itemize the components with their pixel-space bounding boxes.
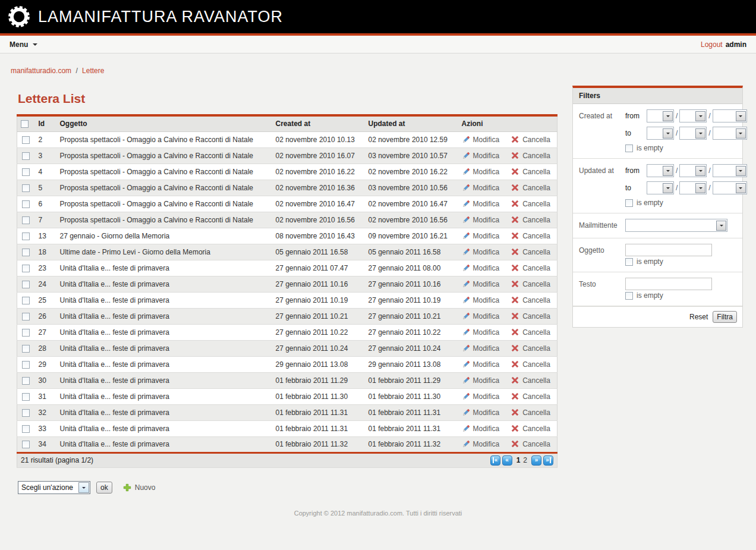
testo-is-empty-checkbox[interactable] xyxy=(625,292,633,300)
row-checkbox[interactable] xyxy=(22,136,30,144)
pagination-prev-button[interactable]: « xyxy=(502,455,512,466)
row-checkbox[interactable] xyxy=(22,345,30,353)
row-checkbox[interactable] xyxy=(22,184,30,192)
modifica-link[interactable]: Modifica xyxy=(462,425,500,433)
updated-from-day-select[interactable] xyxy=(647,164,674,177)
modifica-link[interactable]: Modifica xyxy=(462,296,500,304)
modifica-link[interactable]: Modifica xyxy=(462,152,500,160)
cancella-link[interactable]: Cancella xyxy=(511,248,550,256)
oggetto-input[interactable] xyxy=(625,244,712,256)
cancella-link[interactable]: Cancella xyxy=(511,184,550,192)
cancella-link[interactable]: Cancella xyxy=(511,296,550,304)
modifica-link[interactable]: Modifica xyxy=(462,360,500,369)
created-to-month-select[interactable] xyxy=(679,127,707,140)
cancella-link[interactable]: Cancella xyxy=(511,360,550,369)
row-checkbox[interactable] xyxy=(22,425,30,433)
created-from-day-select[interactable] xyxy=(647,109,674,122)
cancella-link[interactable]: Cancella xyxy=(511,168,550,176)
row-checkbox[interactable] xyxy=(22,168,30,176)
row-checkbox[interactable] xyxy=(22,409,30,417)
modifica-label: Modifica xyxy=(473,408,500,417)
row-checkbox[interactable] xyxy=(22,281,30,288)
pencil-icon xyxy=(462,425,470,433)
pagination-last-button[interactable]: » xyxy=(543,455,553,466)
created-to-day-select[interactable] xyxy=(647,127,674,140)
modifica-link[interactable]: Modifica xyxy=(462,440,500,448)
cancella-link[interactable]: Cancella xyxy=(511,328,550,337)
row-oggetto: Unità d'Italia e... feste di primavera xyxy=(56,420,272,436)
created-to-year-select[interactable] xyxy=(713,127,747,140)
cancella-link[interactable]: Cancella xyxy=(511,280,550,288)
mailmittente-select[interactable] xyxy=(625,219,727,232)
row-checkbox[interactable] xyxy=(22,329,30,337)
logout-link[interactable]: Logout xyxy=(701,40,723,49)
cancella-link[interactable]: Cancella xyxy=(511,392,550,401)
created-from-year-select[interactable] xyxy=(713,109,747,122)
row-checkbox[interactable] xyxy=(22,152,30,160)
modifica-link[interactable]: Modifica xyxy=(462,312,500,320)
cancella-link[interactable]: Cancella xyxy=(511,152,550,160)
row-checkbox[interactable] xyxy=(22,232,30,240)
cancella-link[interactable]: Cancella xyxy=(511,440,550,448)
row-checkbox[interactable] xyxy=(22,393,30,401)
row-checkbox[interactable] xyxy=(22,361,30,369)
modifica-link[interactable]: Modifica xyxy=(462,232,500,240)
cancella-link[interactable]: Cancella xyxy=(511,312,550,320)
bulk-action-select[interactable]: Scegli un'azione xyxy=(18,481,90,494)
filtra-button[interactable]: Filtra xyxy=(713,311,737,323)
table-row: 24 Unità d'Italia e... feste di primaver… xyxy=(17,276,557,292)
modifica-link[interactable]: Modifica xyxy=(462,344,500,353)
updated-to-month-select[interactable] xyxy=(679,181,707,194)
row-checkbox[interactable] xyxy=(22,265,30,272)
modifica-link[interactable]: Modifica xyxy=(462,200,500,208)
breadcrumb-site-link[interactable]: manifatturadio.com xyxy=(11,67,71,75)
modifica-link[interactable]: Modifica xyxy=(462,248,500,256)
pagination-page-2-link[interactable]: 2 xyxy=(523,456,527,464)
cancella-link[interactable]: Cancella xyxy=(511,344,550,353)
cancella-link[interactable]: Cancella xyxy=(511,216,550,224)
row-checkbox[interactable] xyxy=(22,200,30,208)
row-checkbox[interactable] xyxy=(22,249,30,256)
breadcrumb-page-link[interactable]: Lettere xyxy=(82,67,104,75)
ok-button[interactable]: ok xyxy=(96,482,112,494)
menu-dropdown[interactable]: Menu xyxy=(10,40,37,49)
cancella-link[interactable]: Cancella xyxy=(511,232,550,240)
row-checkbox[interactable] xyxy=(22,441,30,448)
pagination-first-button[interactable]: « xyxy=(490,455,500,466)
modifica-link[interactable]: Modifica xyxy=(462,168,500,176)
row-created-at: 29 gennaio 2011 13.08 xyxy=(272,356,365,372)
modifica-link[interactable]: Modifica xyxy=(462,328,500,337)
updated-to-year-select[interactable] xyxy=(713,181,747,194)
modifica-link[interactable]: Modifica xyxy=(462,280,500,288)
updated-from-year-select[interactable] xyxy=(713,164,747,177)
modifica-link[interactable]: Modifica xyxy=(462,376,500,385)
select-all-checkbox[interactable] xyxy=(21,120,29,128)
modifica-link[interactable]: Modifica xyxy=(462,264,500,272)
pagination-next-button[interactable]: » xyxy=(531,455,541,466)
cancella-link[interactable]: Cancella xyxy=(511,200,550,208)
modifica-link[interactable]: Modifica xyxy=(462,184,500,192)
row-checkbox[interactable] xyxy=(22,216,30,224)
select-arrow-icon xyxy=(736,111,746,121)
oggetto-is-empty-checkbox[interactable] xyxy=(625,258,633,266)
created-from-month-select[interactable] xyxy=(679,109,707,122)
reset-link[interactable]: Reset xyxy=(689,313,708,321)
modifica-link[interactable]: Modifica xyxy=(462,392,500,401)
row-checkbox[interactable] xyxy=(22,377,30,385)
row-checkbox[interactable] xyxy=(22,313,30,320)
modifica-link[interactable]: Modifica xyxy=(462,136,500,144)
row-checkbox[interactable] xyxy=(22,297,30,304)
cancella-link[interactable]: Cancella xyxy=(511,425,550,433)
nuovo-link[interactable]: Nuovo xyxy=(123,483,156,492)
cancella-link[interactable]: Cancella xyxy=(511,264,550,272)
cancella-link[interactable]: Cancella xyxy=(511,408,550,417)
updated-from-month-select[interactable] xyxy=(679,164,707,177)
modifica-link[interactable]: Modifica xyxy=(462,216,500,224)
cancella-link[interactable]: Cancella xyxy=(511,136,550,144)
updated-at-is-empty-checkbox[interactable] xyxy=(625,199,633,207)
testo-input[interactable] xyxy=(625,278,712,290)
created-at-is-empty-checkbox[interactable] xyxy=(625,144,633,152)
modifica-link[interactable]: Modifica xyxy=(462,408,500,417)
updated-to-day-select[interactable] xyxy=(647,181,674,194)
cancella-link[interactable]: Cancella xyxy=(511,376,550,385)
